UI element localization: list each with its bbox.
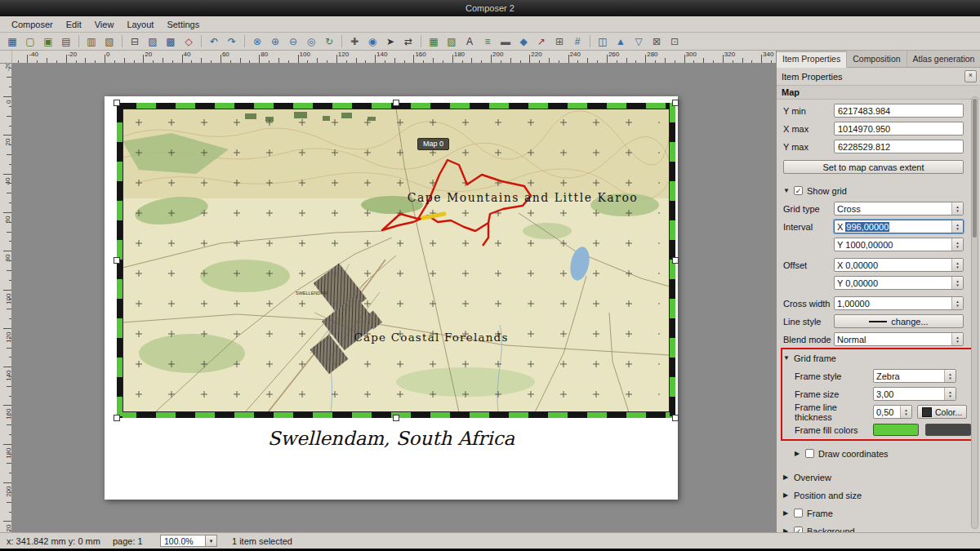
- panel-scrollbar[interactable]: [971, 96, 978, 529]
- tab-composition[interactable]: Composition: [847, 51, 906, 67]
- close-icon[interactable]: ×: [964, 70, 977, 82]
- frame-color-button[interactable]: Color...: [917, 405, 967, 419]
- grid-type-select[interactable]: Cross ▴▾: [834, 202, 964, 216]
- show-grid-checkbox[interactable]: ✓: [794, 186, 803, 195]
- panel-scrollbar-thumb[interactable]: [973, 99, 977, 238]
- load-from-template-icon[interactable]: ▥: [83, 34, 100, 49]
- zoom-full-icon[interactable]: ⊗: [249, 34, 265, 49]
- lock-items-icon[interactable]: ⊠: [648, 34, 665, 49]
- position-size-expander-icon[interactable]: ▶: [783, 491, 792, 499]
- menu-view[interactable]: View: [88, 18, 121, 31]
- print-icon[interactable]: ⊟: [127, 34, 143, 49]
- zoom-out-icon[interactable]: ⊖: [285, 34, 301, 49]
- redo-icon[interactable]: ↷: [224, 34, 240, 49]
- composition-canvas[interactable]: Cape Mountains and Little Karoo Cape Coa…: [12, 64, 776, 532]
- xmax-label: X max: [783, 124, 834, 134]
- map-item[interactable]: Cape Mountains and Little Karoo Cape Coa…: [117, 103, 675, 418]
- menubar: Composer Edit View Layout Settings: [0, 16, 980, 33]
- menu-layout[interactable]: Layout: [120, 18, 160, 31]
- offset-x-spinbox[interactable]: X0,00000 ▴▾: [834, 258, 964, 272]
- tab-atlas-generation[interactable]: Atlas generation: [907, 51, 980, 67]
- dropdown-arrows-icon[interactable]: ▴▾: [951, 333, 963, 345]
- menu-settings[interactable]: Settings: [160, 18, 206, 31]
- lower-items-icon[interactable]: ▽: [630, 34, 647, 49]
- show-grid-expander-icon[interactable]: ▼: [783, 187, 792, 194]
- add-label-icon[interactable]: A: [461, 34, 478, 49]
- export-pdf-icon[interactable]: ◇: [180, 34, 197, 49]
- overview-expander-icon[interactable]: ▶: [783, 473, 792, 481]
- ymax-field[interactable]: 6228529.812: [834, 140, 964, 153]
- tab-item-properties[interactable]: Item Properties: [777, 51, 847, 68]
- composer-manager-icon[interactable]: ▤: [58, 34, 74, 49]
- cross-width-spinbox[interactable]: 1,00000 ▴▾: [834, 296, 964, 310]
- add-arrow-icon[interactable]: ↗: [533, 34, 550, 49]
- frame-expander-icon[interactable]: ▶: [783, 509, 792, 517]
- selection-handle-sw[interactable]: [114, 415, 120, 421]
- grid-frame-expander-icon[interactable]: ▼: [783, 354, 792, 362]
- zoom-tool-icon[interactable]: ◉: [364, 34, 381, 49]
- spinner-arrows-icon[interactable]: ▴▾: [951, 297, 963, 309]
- selection-handle-e[interactable]: [672, 257, 679, 264]
- ymin-field[interactable]: 6217483.984: [834, 104, 964, 118]
- spinner-arrows-icon[interactable]: ▴▾: [944, 388, 956, 400]
- line-style-button[interactable]: change...: [834, 314, 964, 328]
- new-composer-icon[interactable]: ▢: [22, 34, 38, 49]
- frame-checkbox[interactable]: [794, 509, 803, 518]
- raise-items-icon[interactable]: ▲: [612, 34, 629, 49]
- add-legend-icon[interactable]: ≡: [479, 34, 496, 49]
- dropdown-arrows-icon[interactable]: ▴▾: [944, 370, 956, 382]
- zoom-level-input[interactable]: 100.0%: [160, 535, 206, 547]
- add-basic-shape-icon[interactable]: ◆: [515, 34, 532, 49]
- ruler-tick: [163, 58, 163, 63]
- spinner-arrows-icon[interactable]: ▴▾: [951, 277, 963, 289]
- frame-fill-color1-swatch[interactable]: [873, 424, 919, 436]
- map-title-label[interactable]: Swellendam, South Africa: [105, 428, 678, 449]
- background-checkbox[interactable]: ✓: [794, 527, 803, 532]
- interval-y-spinbox[interactable]: Y1000,00000 ▴▾: [834, 238, 964, 251]
- add-html-frame-icon[interactable]: #: [569, 34, 586, 49]
- frame-size-spinbox[interactable]: 3,00 ▴▾: [873, 387, 956, 401]
- draw-coordinates-checkbox[interactable]: [805, 449, 814, 458]
- save-as-template-icon[interactable]: ▧: [101, 34, 118, 49]
- selection-handle-n[interactable]: [393, 100, 399, 106]
- xmax-field[interactable]: 1014970.950: [834, 122, 964, 136]
- select-move-item-icon[interactable]: ➤: [382, 34, 399, 49]
- refresh-view-icon[interactable]: ↻: [321, 34, 337, 49]
- move-item-content-icon[interactable]: ⇄: [400, 34, 416, 49]
- unlock-items-icon[interactable]: ⊡: [666, 34, 683, 49]
- zoom-actual-icon[interactable]: ◎: [303, 34, 319, 49]
- selection-handle-nw[interactable]: [114, 100, 120, 106]
- export-image-icon[interactable]: ▨: [145, 34, 161, 49]
- add-scalebar-icon[interactable]: ▬: [497, 34, 514, 49]
- undo-icon[interactable]: ↶: [206, 34, 222, 49]
- selection-handle-se[interactable]: [672, 415, 679, 421]
- selection-handle-s[interactable]: [393, 415, 399, 421]
- menu-edit[interactable]: Edit: [60, 18, 88, 31]
- spinner-arrows-icon[interactable]: ▴▾: [951, 220, 963, 233]
- add-new-map-icon[interactable]: ▦: [425, 34, 442, 49]
- duplicate-composer-icon[interactable]: ▣: [40, 34, 56, 49]
- set-extent-button[interactable]: Set to map canvas extent: [783, 160, 964, 174]
- save-project-icon[interactable]: ▦: [4, 34, 20, 49]
- frame-fill-color2-swatch[interactable]: [925, 424, 971, 436]
- blend-mode-select[interactable]: Normal ▴▾: [834, 332, 964, 346]
- selection-handle-ne[interactable]: [672, 100, 679, 106]
- interval-x-spinbox[interactable]: X996,00000 ▴▾: [834, 220, 964, 233]
- frame-line-thickness-spinbox[interactable]: 0,50 ▴▾: [873, 405, 912, 419]
- zoom-dropdown-icon[interactable]: ▾: [206, 535, 217, 547]
- add-attribute-table-icon[interactable]: ⊞: [551, 34, 568, 49]
- group-items-icon[interactable]: ◫: [595, 34, 611, 49]
- spinner-arrows-icon[interactable]: ▴▾: [951, 259, 963, 271]
- dropdown-arrows-icon[interactable]: ▴▾: [951, 202, 963, 215]
- pan-tool-icon[interactable]: ✚: [346, 34, 363, 49]
- frame-style-select[interactable]: Zebra ▴▾: [873, 369, 956, 383]
- selection-handle-w[interactable]: [114, 257, 120, 264]
- spinner-arrows-icon[interactable]: ▴▾: [951, 238, 963, 251]
- spinner-arrows-icon[interactable]: ▴▾: [900, 406, 911, 418]
- add-image-icon[interactable]: ▨: [443, 34, 460, 49]
- offset-y-spinbox[interactable]: Y0,00000 ▴▾: [834, 276, 964, 290]
- export-svg-icon[interactable]: ▩: [163, 34, 179, 49]
- menu-composer[interactable]: Composer: [5, 18, 60, 31]
- draw-coordinates-expander-icon[interactable]: ▶: [795, 450, 804, 457]
- zoom-in-icon[interactable]: ⊕: [267, 34, 283, 49]
